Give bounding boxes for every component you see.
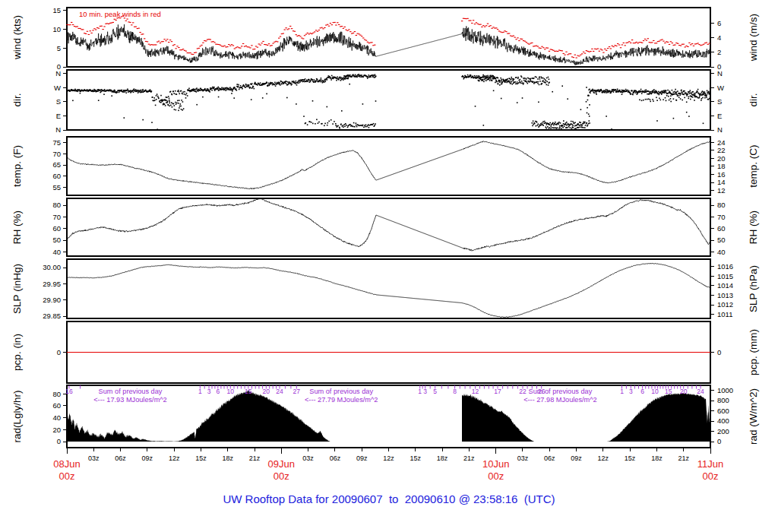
svg-text:18z: 18z	[651, 454, 663, 462]
svg-text:200: 200	[717, 427, 729, 435]
svg-text:17: 17	[494, 388, 501, 395]
right-axis-title-temp: temp. (C)	[748, 144, 759, 187]
svg-text:09z: 09z	[142, 454, 153, 462]
left-axis-title-rh: RH (%)	[11, 211, 23, 244]
svg-text:10: 10	[227, 388, 235, 395]
left-axis-title-temp: temp. (F)	[11, 145, 23, 187]
svg-text:00z: 00z	[274, 470, 289, 482]
panel-frames	[67, 8, 710, 448]
svg-text:30.00: 30.00	[43, 263, 61, 271]
svg-text:65: 65	[52, 160, 61, 169]
svg-text:1: 1	[418, 388, 422, 395]
svg-text:21z: 21z	[678, 454, 689, 462]
svg-text:12z: 12z	[383, 454, 394, 462]
svg-text:Sum of previous day: Sum of previous day	[309, 388, 373, 395]
svg-text:<--- 17.93 MJoules/m^2: <--- 17.93 MJoules/m^2	[93, 396, 166, 404]
svg-text:6: 6	[216, 388, 220, 395]
svg-text:50: 50	[52, 236, 61, 244]
svg-text:5: 5	[57, 44, 61, 52]
svg-text:03z: 03z	[88, 454, 100, 462]
svg-text:8: 8	[453, 388, 457, 395]
svg-text:60: 60	[52, 401, 61, 410]
left-axis-title-pcp: pcp. (in)	[11, 334, 23, 371]
svg-text:18: 18	[717, 162, 726, 170]
x-axis: 03z06z09z12z15z18z21z03z06z09z12z15z18z2…	[53, 448, 723, 482]
svg-text:16: 16	[65, 388, 73, 395]
svg-text:0: 0	[717, 348, 721, 356]
svg-text:70: 70	[717, 213, 726, 221]
left-axis-title-rad: rad(Lgly/hr)	[11, 390, 23, 442]
svg-text:600: 600	[717, 407, 729, 415]
left-axis-title-slp: SLP (inHg)	[11, 264, 23, 314]
svg-text:15z: 15z	[625, 454, 636, 462]
svg-text:3: 3	[207, 388, 211, 395]
svg-text:80: 80	[717, 201, 726, 209]
svg-text:6: 6	[717, 19, 721, 27]
day-label: 09Jun	[268, 458, 295, 470]
svg-text:W: W	[717, 84, 724, 92]
svg-text:20: 20	[680, 388, 688, 395]
wind-peak-annotation: 10 min. peak winds in red	[79, 10, 161, 18]
svg-text:29.90: 29.90	[43, 296, 61, 304]
svg-text:20: 20	[52, 426, 61, 434]
day-label: 08Jun	[53, 458, 80, 470]
svg-text:16: 16	[717, 170, 726, 179]
panel-frame-rh	[67, 198, 710, 256]
svg-text:60: 60	[52, 224, 61, 233]
svg-text:29.85: 29.85	[43, 312, 61, 320]
svg-text:E: E	[56, 112, 61, 120]
svg-text:21z: 21z	[249, 454, 261, 462]
svg-text:400: 400	[717, 416, 729, 425]
svg-text:06z: 06z	[330, 454, 341, 462]
panel-frame-temp	[67, 137, 710, 195]
svg-text:6: 6	[640, 388, 644, 395]
svg-text:12z: 12z	[169, 454, 180, 462]
svg-text:20: 20	[263, 388, 270, 395]
right-axis-title-rad: rad (W/m^2)	[748, 388, 759, 445]
svg-text:1012: 1012	[717, 300, 733, 309]
svg-text:10: 10	[52, 25, 61, 33]
svg-text:1011: 1011	[717, 310, 732, 318]
svg-text:22: 22	[519, 388, 527, 395]
svg-text:N: N	[55, 125, 61, 134]
svg-text:55: 55	[52, 183, 61, 192]
right-axis-title-rh: RH (%)	[748, 211, 759, 244]
svg-text:29.95: 29.95	[43, 280, 61, 288]
day-label: 10Jun	[482, 458, 509, 470]
svg-text:03z: 03z	[517, 454, 529, 462]
svg-text:12: 12	[717, 186, 726, 195]
svg-text:0: 0	[717, 437, 721, 445]
svg-text:S: S	[717, 97, 722, 106]
svg-text:14: 14	[717, 178, 726, 186]
svg-text:70: 70	[52, 150, 61, 158]
axis-titles: wind (kts)wind (m/s)dir.dir.temp. (F)tem…	[11, 14, 759, 445]
series-dir	[67, 74, 711, 130]
right-axis-title-slp: SLP (hPa)	[748, 265, 759, 312]
svg-text:3: 3	[423, 388, 427, 395]
svg-text:00z: 00z	[488, 470, 504, 482]
svg-text:N: N	[717, 69, 723, 78]
svg-text:50: 50	[717, 236, 726, 244]
svg-text:2: 2	[717, 48, 721, 56]
svg-text:24: 24	[717, 138, 726, 147]
figure-title: UW Rooftop Data for 20090607 to 20090610…	[223, 492, 555, 505]
svg-text:15z: 15z	[195, 454, 207, 462]
svg-text:800: 800	[717, 396, 729, 404]
svg-text:27: 27	[293, 388, 301, 395]
svg-text:15z: 15z	[410, 454, 422, 462]
svg-text:40: 40	[717, 248, 726, 256]
svg-text:1013: 1013	[717, 291, 733, 299]
svg-text:00z: 00z	[703, 470, 719, 482]
svg-text:80: 80	[52, 201, 61, 209]
svg-text:W: W	[54, 84, 61, 92]
svg-text:N: N	[717, 125, 723, 134]
svg-text:<--- 27.79 MJoules/m^2: <--- 27.79 MJoules/m^2	[305, 396, 378, 404]
svg-text:1: 1	[198, 388, 202, 395]
svg-text:18z: 18z	[222, 454, 233, 462]
svg-text:1000: 1000	[717, 386, 733, 394]
svg-text:4: 4	[717, 33, 721, 42]
svg-text:09z: 09z	[356, 454, 368, 462]
svg-text:06z: 06z	[115, 454, 126, 462]
svg-text:20: 20	[717, 154, 726, 163]
svg-text:40: 40	[52, 413, 61, 422]
